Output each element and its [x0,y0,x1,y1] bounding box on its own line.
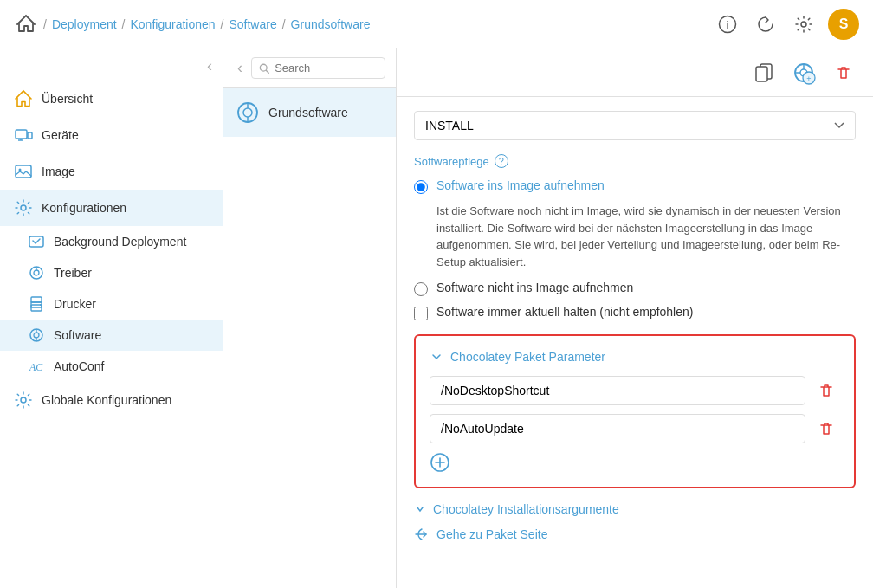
choco-param-row-1 [430,376,840,405]
search-input[interactable] [275,61,378,74]
delete-btn[interactable] [828,57,859,88]
softwarepflege-row: Softwarepflege ? [414,154,856,168]
breadcrumb-software[interactable]: Software [229,17,276,31]
sidebar-subitem-drucker[interactable]: Drucker [0,288,223,320]
choco-param-delete-2[interactable] [812,415,840,443]
choco-param-row-2 [430,414,840,443]
svg-line-24 [266,70,268,73]
choco-section-title: Chocolatey Paket Parameter [450,350,605,364]
svg-point-12 [34,270,39,275]
svg-text:+: + [806,74,811,83]
svg-rect-30 [756,67,767,81]
sidebar-item-globale-konfigurationen[interactable]: Globale Konfigurationen [0,382,223,418]
option1-radio[interactable] [414,180,428,194]
content-panel: + INSTALL UNINSTALL UPDATE Softwarepfleg… [397,48,873,588]
sidebar-subitem-drucker-label: Drucker [54,297,96,311]
breadcrumb-sep-0: / [43,17,47,31]
svg-point-16 [40,304,42,306]
breadcrumb-sep-1: / [122,17,126,31]
choco-section: Chocolatey Paket Parameter [414,334,856,488]
middle-panel: ‹ Grundsoftware [223,48,397,588]
header-actions: i S [714,9,859,40]
main-layout: ‹ Übersicht Geräte Image Konfigurationen [0,48,873,588]
choco-args-expand-icon [414,503,426,515]
devices-icon [14,126,33,145]
config-action-btn[interactable]: + [788,57,819,88]
sidebar-toggle-area: ‹ [0,48,223,81]
choco-param-input-1[interactable] [430,376,805,405]
goto-row[interactable]: Gehe zu Paket Seite [414,527,856,542]
grundsoftware-icon [236,100,260,125]
list-item-grundsoftware[interactable]: Grundsoftware [223,88,396,137]
sidebar-subitem-software-label: Software [54,328,101,342]
sidebar-subitem-software[interactable]: Software [0,320,223,351]
home-sidebar-icon [14,89,33,108]
content-toolbar: + [397,48,873,97]
global-config-icon [14,391,33,410]
option2-radio[interactable] [414,282,428,296]
svg-point-2 [801,22,806,27]
user-avatar[interactable]: S [828,9,859,40]
choco-add-param-btn[interactable] [430,452,840,473]
svg-point-26 [243,108,252,117]
option1-desc: Ist die Software noch nicht im Image, wi… [436,203,856,270]
option-row-3: Software immer aktuell halten (nicht emp… [414,305,856,320]
add-param-icon [430,452,450,473]
option-row-2: Software nicht ins Image aufnehmen [414,281,856,296]
home-icon[interactable] [14,12,38,36]
sidebar-item-gerate[interactable]: Geräte [0,117,223,153]
choco-install-args-label: Chocolatey Installationsargumente [433,502,619,516]
bg-deploy-icon [28,233,45,250]
sidebar-item-konfigurationen-label: Konfigurationen [42,201,126,215]
config-icon [14,198,33,217]
sidebar-item-image[interactable]: Image [0,153,223,190]
choco-install-args-row[interactable]: Chocolatey Installationsargumente [414,502,856,516]
svg-rect-7 [16,165,31,178]
breadcrumb-deployment[interactable]: Deployment [52,17,117,31]
image-icon [14,162,33,181]
svg-text:AC: AC [29,361,43,373]
install-select-wrap: INSTALL UNINSTALL UPDATE [414,111,856,140]
option-row-1: Software ins Image aufnehmen [414,178,856,194]
option2-label: Software nicht ins Image aufnehmen [436,281,633,294]
choco-param-delete-1[interactable] [812,377,840,404]
sidebar-subitem-background-deployment[interactable]: Background Deployment [0,226,223,257]
choco-header[interactable]: Chocolatey Paket Parameter [430,350,840,364]
info-icon[interactable]: i [714,10,741,38]
breadcrumb-konfigurationen[interactable]: Konfigurationen [130,17,215,31]
autoconf-icon: AC [28,358,45,375]
middle-back-btn[interactable]: ‹ [234,59,246,77]
goto-label: Gehe zu Paket Seite [436,527,547,541]
refresh-icon[interactable] [752,10,779,38]
option3-checkbox[interactable] [414,307,428,320]
copy-btn[interactable] [748,57,779,88]
svg-rect-3 [16,130,27,139]
header: / Deployment / Konfigurationen / Softwar… [0,0,873,48]
option3-label: Software immer aktuell halten (nicht emp… [436,305,693,319]
install-select[interactable]: INSTALL UNINSTALL UPDATE [414,111,856,140]
svg-point-9 [21,205,26,210]
svg-rect-4 [28,132,32,139]
breadcrumb-sep-2: / [221,17,224,31]
search-box[interactable] [251,57,385,79]
content-body: INSTALL UNINSTALL UPDATE Softwarepflege … [397,97,873,588]
sidebar-subitem-bg-deploy-label: Background Deployment [54,235,186,249]
breadcrumb-area: / Deployment / Konfigurationen / Softwar… [14,12,370,36]
svg-point-18 [34,333,39,338]
sidebar-subitem-treiber[interactable]: Treiber [0,257,223,288]
sidebar-collapse-btn[interactable]: ‹ [207,57,212,75]
breadcrumb-grundsoftware[interactable]: Grundsoftware [291,17,371,31]
sidebar-item-konfigurationen[interactable]: Konfigurationen [0,190,223,226]
middle-list: Grundsoftware [223,88,396,588]
breadcrumb-sep-3: / [282,17,286,31]
software-sidebar-icon [28,326,45,344]
softwarepflege-help-icon[interactable]: ? [495,154,508,168]
sidebar-item-ubersicht[interactable]: Übersicht [0,81,223,117]
sidebar-item-gerate-label: Geräte [42,128,79,142]
svg-rect-14 [31,297,42,302]
settings-icon[interactable] [790,10,818,38]
svg-point-8 [19,169,22,171]
choco-param-input-2[interactable] [430,414,805,443]
choco-collapse-icon [430,350,443,364]
sidebar-subitem-autoconf[interactable]: AC AutoConf [0,351,223,382]
